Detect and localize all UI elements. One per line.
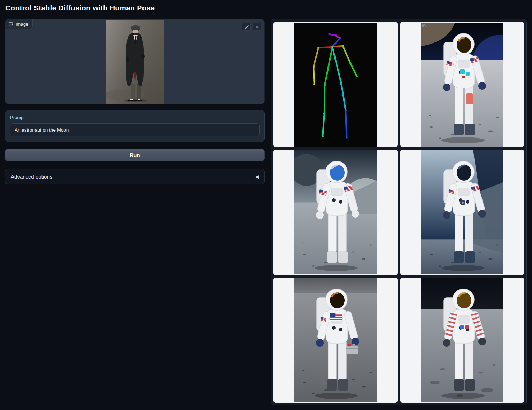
accordion-collapse-icon: ◀ xyxy=(255,174,259,179)
prompt-input[interactable] xyxy=(10,123,260,136)
watermark-text: avi xyxy=(422,23,428,28)
clear-image-button[interactable] xyxy=(253,23,261,31)
advanced-options-label: Advanced options xyxy=(11,174,52,180)
output-gallery: avi xyxy=(271,19,527,405)
picture-icon xyxy=(8,22,13,27)
image-input-label-text: Image xyxy=(16,22,28,27)
run-button[interactable]: Run xyxy=(5,149,265,161)
image-input-label: Image xyxy=(5,19,33,29)
close-icon xyxy=(255,25,259,29)
image-toolbar xyxy=(242,23,261,31)
pencil-icon xyxy=(245,25,249,29)
astronaut-image-3 xyxy=(421,150,503,274)
gallery-item-4[interactable] xyxy=(273,278,398,403)
gallery-item-3[interactable] xyxy=(400,150,524,275)
astronaut-image-2 xyxy=(294,150,377,274)
prompt-group: Prompt xyxy=(5,110,265,142)
astronaut-image-4 xyxy=(294,278,377,402)
astronaut-image-5 xyxy=(421,278,503,402)
image-input[interactable]: Image xyxy=(5,19,265,104)
uploaded-image-art xyxy=(106,20,164,104)
edit-image-button[interactable] xyxy=(242,23,251,31)
gallery-item-pose[interactable] xyxy=(273,22,398,147)
astronaut-image-1 xyxy=(421,23,503,147)
gallery-item-2[interactable] xyxy=(273,150,398,275)
input-column: Image xyxy=(5,19,265,184)
advanced-options-accordion[interactable]: Advanced options ◀ xyxy=(5,169,265,184)
prompt-label: Prompt xyxy=(10,115,260,120)
uploaded-image[interactable] xyxy=(106,20,164,104)
gallery-item-5[interactable] xyxy=(400,278,524,403)
pose-skeleton-image xyxy=(294,23,377,147)
page-title: Control Stable Diffusion with Human Pose xyxy=(5,4,155,12)
gallery-item-1[interactable]: avi xyxy=(400,22,524,147)
